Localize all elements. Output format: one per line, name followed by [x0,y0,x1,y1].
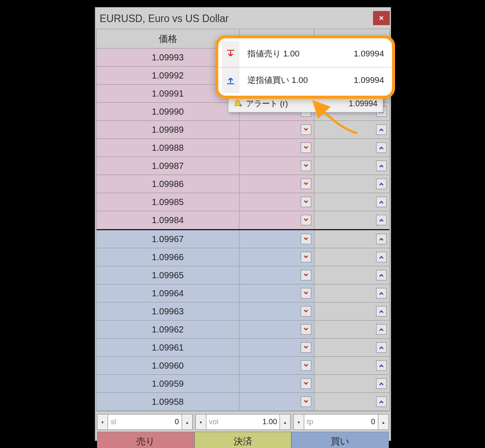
tp-label: tp [307,418,313,426]
limit-sell-item[interactable]: 指値売り 1.00 1.09994 [218,41,392,67]
order-inputs: ▾ sl 0 ▴ ▾ vol 1.00 ▴ ▾ tp 0 ▴ [97,414,389,430]
tp-dec[interactable]: ▾ [294,414,304,429]
action-buttons: 売り 決済 買い [97,432,389,448]
rest-cell [314,357,389,374]
price-cell: 1.09959 [97,375,239,392]
close-button[interactable]: ✕ [373,11,390,25]
titlebar: EURUSD, Euro vs US Dollar ✕ [95,7,391,29]
buy-at-price-button[interactable] [376,270,387,280]
tp-inc[interactable]: ▴ [378,414,388,429]
price-row[interactable]: 1.09958 [97,393,389,411]
buy-at-price-button[interactable] [376,142,387,153]
vol-dec[interactable]: ▾ [196,414,206,429]
sell-at-price-button[interactable] [301,306,311,317]
trade-cell [239,357,314,374]
bell-icon: + [231,99,244,108]
limit-sell-price: 1.09994 [354,49,384,59]
trade-cell [239,393,314,411]
trade-cell [239,157,314,175]
vol-inc[interactable]: ▴ [280,414,290,429]
buy-at-price-button[interactable] [376,288,387,299]
price-cell: 1.09966 [97,248,239,266]
rest-cell [314,393,389,411]
price-cell: 1.09990 [97,103,239,120]
price-cell: 1.09961 [97,339,239,356]
rest-cell [314,157,389,175]
sell-at-price-button[interactable] [301,124,311,135]
price-cell: 1.09958 [97,393,239,411]
rest-cell [314,139,389,157]
sell-at-price-button[interactable] [301,288,311,299]
price-cell: 1.09965 [97,266,239,284]
buy-at-price-button[interactable] [376,179,387,189]
stop-buy-icon [222,67,239,93]
buy-at-price-button[interactable] [376,252,387,262]
buy-at-price-button[interactable] [376,306,387,317]
buy-button[interactable]: 買い [291,432,389,448]
trade-cell [239,175,314,193]
rest-cell [314,121,389,138]
vol-input[interactable]: vol 1.00 [206,414,280,429]
price-row[interactable]: 1.09985 [97,193,389,211]
limit-sell-label: 指値売り 1.00 [239,48,354,60]
price-row[interactable]: 1.09960 [97,357,389,375]
tp-input[interactable]: tp 0 [304,414,378,429]
price-row[interactable]: 1.09966 [97,248,389,266]
price-row[interactable]: 1.09959 [97,375,389,393]
buy-at-price-button[interactable] [376,396,387,407]
rest-cell [314,230,389,248]
trade-cell [239,248,314,266]
buy-at-price-button[interactable] [376,324,387,335]
sell-at-price-button[interactable] [301,396,311,407]
tp-field: ▾ tp 0 ▴ [293,414,389,430]
sell-at-price-button[interactable] [301,252,311,262]
sl-input[interactable]: sl 0 [108,414,182,429]
vol-value: 1.00 [218,418,277,426]
stop-buy-item[interactable]: 逆指値買い 1.00 1.09994 [218,67,392,93]
sell-at-price-button[interactable] [301,142,311,153]
sell-at-price-button[interactable] [301,215,311,225]
sl-field: ▾ sl 0 ▴ [97,414,193,430]
sell-at-price-button[interactable] [301,270,311,280]
buy-at-price-button[interactable] [376,161,387,171]
price-row[interactable]: 1.09964 [97,284,389,302]
buy-at-price-button[interactable] [376,342,387,353]
price-row[interactable]: 1.09965 [97,266,389,284]
sell-button[interactable]: 売り [97,432,194,448]
price-row[interactable]: 1.09986 [97,175,389,193]
sl-inc[interactable]: ▴ [182,414,192,429]
sell-at-price-button[interactable] [301,342,311,353]
trade-cell [239,139,314,157]
stop-buy-price: 1.09994 [354,75,384,85]
rest-cell [314,284,389,302]
price-cell: 1.09989 [97,121,239,138]
buy-at-price-button[interactable] [376,378,387,389]
sell-at-price-button[interactable] [301,161,311,171]
price-row[interactable]: 1.09989 [97,121,389,139]
sell-at-price-button[interactable] [301,234,311,244]
sell-at-price-button[interactable] [301,324,311,335]
buy-at-price-button[interactable] [376,124,387,135]
price-row[interactable]: 1.09961 [97,339,389,357]
buy-at-price-button[interactable] [376,360,387,371]
buy-at-price-button[interactable] [376,234,387,244]
sell-at-price-button[interactable] [301,197,311,207]
sell-at-price-button[interactable] [301,360,311,371]
buy-at-price-button[interactable] [376,197,387,207]
price-row[interactable]: 1.09967 [97,230,389,248]
buy-at-price-button[interactable] [376,215,387,225]
price-row[interactable]: 1.09984 [97,211,389,229]
settle-button[interactable]: 決済 [194,432,292,448]
sell-at-price-button[interactable] [301,179,311,189]
price-row[interactable]: 1.09988 [97,139,389,157]
price-row[interactable]: 1.09962 [97,321,389,339]
sl-dec[interactable]: ▾ [97,414,108,429]
limit-sell-icon [222,41,239,67]
context-alert-label: アラート (r) [244,98,349,109]
price-row[interactable]: 1.09963 [97,302,389,321]
price-row[interactable]: 1.09987 [97,157,389,175]
rest-cell [314,321,389,338]
close-icon: ✕ [379,15,384,22]
sl-label: sl [111,418,116,426]
sell-at-price-button[interactable] [301,378,311,389]
